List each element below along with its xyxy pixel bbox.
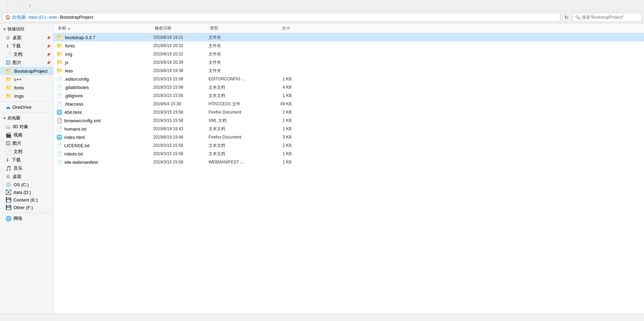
sidebar-item-video[interactable]: 🎬 视频	[0, 131, 53, 139]
doc-icon: 📄	[6, 149, 11, 154]
sidebar-item-label: OS (C:)	[13, 182, 29, 187]
sidebar-item-3d[interactable]: 🗂 3D 对象	[0, 123, 53, 131]
file-size-cell: 1 KB	[264, 118, 292, 123]
html-icon: 🌐	[56, 134, 62, 140]
sidebar-item-label: 图片	[12, 60, 21, 66]
table-row[interactable]: 📄 site.webmanifest 2019/3/15 15:58 WEBMA…	[54, 158, 644, 166]
sidebar-item-label: 桌面	[12, 173, 21, 180]
folder-yellow-icon: 📁	[6, 93, 12, 99]
table-row[interactable]: 📁 js 2019/8/19 20:39 文件夹	[54, 58, 644, 66]
sidebar-item-pics[interactable]: 🖼 图片 📌	[0, 59, 53, 67]
table-row[interactable]: 📁 bootstrap-3.3.7 2019/8/19 18:21 文件夹	[54, 33, 644, 42]
sidebar-item-imgs[interactable]: 📁 imgs	[0, 92, 53, 100]
column-headers: 名称 ▲ 修改日期 类型 大小	[54, 24, 644, 33]
col-size-header[interactable]: 大小	[264, 25, 292, 31]
titlebar: ‹ › ↑	[0, 0, 644, 11]
col-date-header[interactable]: 修改日期	[153, 25, 209, 31]
this-pc-arrow: ▼	[3, 116, 6, 120]
table-row[interactable]: 📄 LICENSE.txt 2019/3/15 15:58 文本文档 2 KB	[54, 141, 644, 150]
divider-2	[0, 112, 53, 113]
file-icon: 📄	[56, 93, 62, 98]
file-date-cell: 2019/8/19 20:32	[153, 52, 209, 56]
folder-icon: 📁	[56, 34, 63, 41]
table-row[interactable]: 📄 robots.txt 2019/3/15 15:58 文本文档 1 KB	[54, 150, 644, 158]
sidebar-item-onedrive[interactable]: ☁ OneDrive	[0, 103, 53, 111]
file-type-cell: 文本文档	[209, 151, 264, 157]
up-button[interactable]: ↑	[25, 1, 35, 10]
table-row[interactable]: 📄 .gitattributes 2019/3/15 15:58 文本文档 4 …	[54, 83, 644, 91]
sidebar-item-dsk[interactable]: 🖥 桌面	[0, 172, 53, 181]
drive-f-icon: 💾	[6, 205, 11, 210]
divider-1	[0, 101, 53, 102]
file-name: site.webmanifest	[64, 160, 98, 165]
sidebar-item-label: c++	[14, 77, 22, 82]
back-button[interactable]: ‹	[3, 1, 12, 10]
table-row[interactable]: 📋 browserconfig.xml 2019/3/15 15:58 XML …	[54, 116, 644, 125]
file-name: .htaccess	[64, 101, 83, 107]
sidebar-item-bootstrap[interactable]: 📁 BootstrapProject	[0, 67, 53, 75]
folder-icon: 📁	[56, 68, 63, 74]
pin-icon: 📌	[46, 53, 50, 56]
file-type-cell: 文件夹	[209, 43, 264, 49]
sidebar-item-desktop[interactable]: 🖥 桌面 📌	[0, 34, 53, 42]
col-type-header[interactable]: 类型	[209, 25, 264, 31]
main-layout: ▼ 快速访问 🖥 桌面 📌 ⬇ 下载 📌 📄 文档 📌 🖼 图片 �	[0, 24, 644, 313]
path-web[interactable]: web	[49, 15, 57, 20]
pics-icon: 🖼	[6, 60, 10, 65]
file-name-cell: 📄 .htaccess	[56, 101, 153, 107]
file-date-cell: 2019/3/15 15:58	[153, 118, 209, 123]
file-date-cell: 2019/3/15 15:58	[153, 77, 209, 81]
sidebar-item-datad[interactable]: 💽 data (D:)	[0, 188, 53, 196]
sidebar-item-label: 3D 对象	[12, 124, 28, 130]
address-path[interactable]: 🏠 此电脑 › data (D:) › web › BootstrapProje…	[2, 13, 560, 22]
file-name-cell: 📄 .editorconfig	[56, 76, 153, 82]
sidebar-item-dl[interactable]: ⬇ 下载	[0, 156, 53, 164]
forward-button[interactable]: ›	[14, 1, 24, 10]
table-row[interactable]: 📄 .gitignore 2019/3/15 15:58 文本文档 1 KB	[54, 91, 644, 100]
path-data[interactable]: data (D:)	[28, 15, 46, 20]
this-pc-label: 此电脑	[8, 115, 20, 121]
this-pc-header[interactable]: ▼ 此电脑	[0, 114, 53, 123]
sidebar-item-network[interactable]: 🌐 网络	[0, 214, 53, 223]
table-row[interactable]: 🌐 index.html 2019/8/19 19:48 Firefox Doc…	[54, 133, 644, 141]
dsk-icon: 🖥	[6, 174, 10, 179]
table-row[interactable]: 📄 .editorconfig 2019/3/15 15:58 EDITORCO…	[54, 75, 644, 83]
path-pc[interactable]: 此电脑	[12, 14, 26, 20]
table-row[interactable]: 📁 img 2019/8/19 20:32 文件夹	[54, 50, 644, 58]
sidebar-item-osc[interactable]: 💿 OS (C:)	[0, 181, 53, 188]
drive-d-icon: 💽	[6, 189, 11, 195]
file-date-cell: 2019/6/4 15:39	[153, 101, 209, 106]
file-size-cell: 2 KB	[264, 110, 292, 115]
refresh-button[interactable]: ↻	[562, 12, 571, 22]
table-row[interactable]: 📁 fonts 2019/8/19 20:32 文件夹	[54, 42, 644, 50]
file-name-cell: 📁 js	[56, 59, 153, 65]
sidebar-item-other[interactable]: 💾 Other (F:)	[0, 204, 53, 211]
sidebar-item-label: 音乐	[13, 165, 22, 171]
table-row[interactable]: 📄 .htaccess 2019/6/4 15:39 HTACCESS 文件 4…	[54, 100, 644, 108]
this-pc-section: ▼ 此电脑 🗂 3D 对象 🎬 视频 🖼 图片 📄 文档 ⬇ 下载	[0, 114, 53, 211]
desktop-icon: 🖥	[6, 35, 10, 41]
sidebar-item-download[interactable]: ⬇ 下载 📌	[0, 42, 53, 50]
file-name: browserconfig.xml	[64, 118, 101, 123]
sidebar-item-pic[interactable]: 🖼 图片	[0, 139, 53, 148]
file-name-cell: 🌐 404.html	[56, 109, 153, 115]
sidebar-item-docs[interactable]: 📄 文档 📌	[0, 50, 53, 59]
table-row[interactable]: 📄 humans.txt 2019/8/19 18:43 文本文档 1 KB	[54, 125, 644, 133]
sidebar-item-doc[interactable]: 📄 文档	[0, 148, 53, 156]
sidebar-item-cpp[interactable]: 📁 c++	[0, 75, 53, 83]
file-date-cell: 2019/8/19 19:38	[153, 68, 209, 73]
table-row[interactable]: 📁 less 2019/8/19 19:38 文件夹	[54, 66, 644, 75]
search-box[interactable]: 🔍	[573, 13, 642, 22]
table-row[interactable]: 🌐 404.html 2019/3/15 15:58 Firefox Docum…	[54, 108, 644, 116]
sidebar-item-fonts[interactable]: 📁 fonts	[0, 83, 53, 92]
pic-icon: 🖼	[6, 141, 10, 146]
file-date-cell: 2019/3/15 15:58	[153, 110, 209, 115]
search-input[interactable]	[582, 15, 640, 20]
sidebar-item-music[interactable]: 🎵 音乐	[0, 164, 53, 172]
path-current: BootstrapProject	[60, 15, 93, 20]
quick-access-header[interactable]: ▼ 快速访问	[0, 25, 53, 34]
col-name-header[interactable]: 名称 ▲	[56, 25, 153, 31]
music-icon: 🎵	[6, 166, 11, 171]
sidebar-item-content[interactable]: 💾 Content (E:)	[0, 196, 53, 204]
file-name: fonts	[65, 43, 75, 48]
